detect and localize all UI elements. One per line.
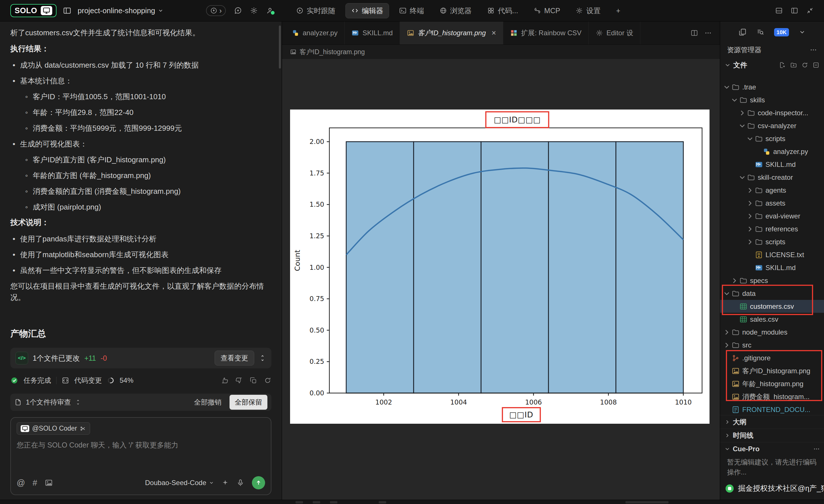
- chat-input[interactable]: 您正在与 SOLO Coder 聊天，输入 '/' 获取更多能力: [17, 440, 265, 450]
- breadcrumb[interactable]: 客户ID_histogram.png: [282, 45, 720, 59]
- scissors-icon[interactable]: [80, 425, 86, 432]
- settings-icon[interactable]: [250, 7, 258, 15]
- folder-icon: [747, 109, 755, 117]
- cuepro-empty-text: 暂无编辑建议，请先进行编码操作...: [720, 456, 824, 481]
- tree-item-skill-creator[interactable]: skill-creator: [720, 171, 824, 184]
- code-change-label[interactable]: 代码变更: [74, 376, 102, 385]
- project-selector[interactable]: project-online-shopping: [78, 6, 164, 15]
- undo-all-button[interactable]: 全部撤销: [190, 395, 225, 409]
- send-button[interactable]: [252, 476, 265, 489]
- file-name: .trae: [742, 83, 756, 91]
- open-editors-icon[interactable]: [738, 28, 746, 36]
- hash-icon[interactable]: #: [32, 479, 37, 487]
- refresh-icon[interactable]: [801, 61, 808, 69]
- deploy-button[interactable]: ›: [206, 5, 226, 16]
- watermark: 掘金授权技术社区@η产_猫之使徒: [725, 483, 824, 493]
- model-selector[interactable]: Doubao-Seed-Code: [145, 479, 214, 487]
- tree-item-node_modules[interactable]: node_modules: [720, 326, 824, 339]
- new-file-icon[interactable]: [779, 61, 786, 69]
- tree-item-csv-analyzer[interactable]: csv-analyzer: [720, 119, 824, 132]
- explorer-more-icon[interactable]: [810, 46, 817, 53]
- expand-card-icon[interactable]: [259, 354, 266, 362]
- attach-image-icon[interactable]: [45, 479, 53, 487]
- review-nav-icon[interactable]: [75, 399, 81, 405]
- chart-title: □□ID□□□: [494, 115, 540, 124]
- mode-tab-设置[interactable]: 设置: [570, 3, 606, 18]
- agent-mention-chip[interactable]: @SOLO Coder: [17, 422, 90, 434]
- regenerate-icon[interactable]: [264, 377, 272, 384]
- solo-logo[interactable]: SOLO: [10, 4, 57, 17]
- collapse-all-icon[interactable]: [813, 61, 819, 69]
- folder-icon: [732, 328, 740, 336]
- thumbs-down-icon[interactable]: [235, 377, 243, 384]
- tree-item-FRONTEND_DOCU...[interactable]: FRONTEND_DOCU...: [720, 403, 824, 415]
- collapse-window-icon[interactable]: [806, 7, 814, 14]
- more-actions-icon[interactable]: [704, 29, 712, 37]
- token-badge[interactable]: 10K: [774, 28, 789, 36]
- mode-tab-终端[interactable]: 终端: [394, 3, 429, 18]
- toggle-panel-icon[interactable]: [775, 7, 783, 14]
- tree-item-客户ID_histogram.png[interactable]: 客户ID_histogram.png: [720, 364, 824, 377]
- tree-item-skills[interactable]: skills: [720, 94, 824, 106]
- copy-icon[interactable]: [249, 377, 257, 384]
- tree-item-scripts[interactable]: scripts: [720, 235, 824, 248]
- thumbs-up-icon[interactable]: [221, 377, 228, 384]
- outline-section[interactable]: 大纲: [720, 415, 824, 428]
- cuepro-more-icon[interactable]: [813, 446, 820, 453]
- tree-item-analyzer.py[interactable]: analyzer.py: [720, 145, 824, 158]
- tree-item-code-inspector...[interactable]: code-inspector...: [720, 106, 824, 119]
- cuepro-section[interactable]: Cue-Pro: [720, 442, 824, 456]
- chat-input-box[interactable]: @SOLO Coder 您正在与 SOLO Coder 聊天，输入 '/' 获取…: [10, 417, 272, 495]
- new-chat-icon[interactable]: [234, 7, 242, 15]
- tree-item-.trae[interactable]: .trae: [720, 81, 824, 94]
- editor-tab-analyzer.py[interactable]: analyzer.py: [285, 21, 344, 44]
- tree-item-SKILL.md[interactable]: SKILL.md: [720, 158, 824, 171]
- search-icon[interactable]: [756, 28, 764, 36]
- mode-tab-+[interactable]: +: [611, 4, 626, 17]
- tree-item-LICENSE.txt[interactable]: LICENSE.txt: [720, 248, 824, 261]
- tree-item-SKILL.md[interactable]: SKILL.md: [720, 261, 824, 274]
- editor-tab-扩展: Rainbow CSV[interactable]: 扩展: Rainbow CSV: [503, 21, 589, 44]
- mode-tab-浏览器[interactable]: 浏览器: [434, 3, 477, 18]
- tree-item-customers.csv[interactable]: customers.csv: [720, 300, 824, 313]
- tree-item-年龄_histogram.png[interactable]: 年龄_histogram.png: [720, 377, 824, 390]
- split-editor-icon[interactable]: [691, 29, 698, 37]
- mode-tab-实时跟随[interactable]: 实时跟随: [291, 3, 341, 18]
- chat-scrollbar[interactable]: [279, 25, 281, 69]
- tree-item-scripts[interactable]: scripts: [720, 132, 824, 145]
- mention-icon[interactable]: @: [17, 479, 25, 487]
- tree-item-消费金额_histogram...[interactable]: 消费金额_histogram...: [720, 390, 824, 403]
- mode-tab-MCP[interactable]: MCP: [528, 4, 566, 17]
- tree-item-references[interactable]: references: [720, 223, 824, 235]
- tree-item-.gitignore[interactable]: .gitignore: [720, 352, 824, 364]
- new-folder-icon[interactable]: [790, 61, 797, 69]
- sparkle-icon[interactable]: [221, 479, 229, 487]
- tree-item-eval-viewer[interactable]: eval-viewer: [720, 210, 824, 223]
- tree-item-data[interactable]: data: [720, 287, 824, 300]
- tree-item-specs[interactable]: specs: [720, 274, 824, 287]
- view-changes-button[interactable]: 查看变更: [215, 351, 254, 366]
- title-annotation-box: □□ID□□□: [485, 111, 549, 128]
- chevron-down-icon: [724, 61, 731, 69]
- account-avatar[interactable]: [266, 7, 274, 15]
- microphone-icon[interactable]: [236, 479, 244, 487]
- chat-sub-bullet: 消费金额的直方图 (消费金额_histogram.png): [33, 186, 272, 197]
- files-section-header[interactable]: 文件: [720, 57, 824, 73]
- editor-tab-客户ID_histogram.png[interactable]: 客户ID_histogram.png×: [400, 21, 503, 44]
- close-tab-icon[interactable]: ×: [492, 29, 496, 37]
- tree-item-assets[interactable]: assets: [720, 197, 824, 210]
- tree-item-src[interactable]: src: [720, 339, 824, 352]
- review-label: 1个文件待审查: [26, 398, 71, 407]
- tree-item-sales.csv[interactable]: sales.csv: [720, 313, 824, 326]
- editor-tab-Editor 设[interactable]: Editor 设: [589, 21, 640, 44]
- timeline-section[interactable]: 时间线: [720, 428, 824, 442]
- mode-tab-编辑器[interactable]: 编辑器: [345, 3, 389, 18]
- editor-tab-SKILL.md[interactable]: SKILL.md: [344, 21, 400, 44]
- sidebar-toggle-icon[interactable]: [63, 6, 72, 15]
- tree-item-agents[interactable]: agents: [720, 184, 824, 197]
- file-name: csv-analyzer: [758, 122, 797, 130]
- mode-tab-代码...[interactable]: 代码...: [482, 3, 524, 18]
- chevron-down-icon[interactable]: [799, 29, 806, 35]
- keep-all-button[interactable]: 全部保留: [229, 395, 268, 410]
- toggle-sidebar-icon[interactable]: [791, 7, 798, 14]
